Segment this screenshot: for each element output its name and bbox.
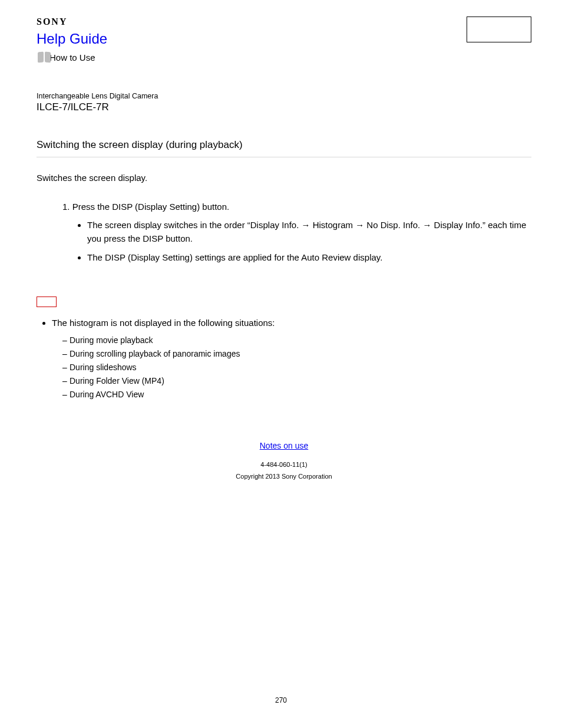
book-icon — [37, 51, 52, 64]
note-items: During movie playback During scrolling p… — [37, 334, 531, 401]
how-to-use-label: How to Use — [49, 52, 95, 62]
page-number: 270 — [0, 696, 562, 704]
step-bullets: The screen display switches in the order… — [62, 219, 531, 265]
note-lead: The histogram is not displayed in the fo… — [52, 318, 531, 328]
note-icon-box — [37, 297, 57, 307]
page-title: Switching the screen display (during pla… — [37, 139, 531, 157]
step-text: Press the DISP (Display Setting) button. — [72, 202, 230, 212]
intro-text: Switches the screen display. — [37, 173, 531, 183]
publication-code: 4-484-060-11(1) — [37, 461, 531, 468]
product-model: ILCE-7/ILCE-7R — [37, 101, 531, 113]
step-bullet: The DISP (Display Setting) settings are … — [87, 251, 531, 265]
note-item: During slideshows — [62, 361, 531, 374]
brand-logo: SONY — [37, 17, 107, 27]
copyright: Copyright 2013 Sony Corporation — [37, 473, 531, 480]
note-item: During Folder View (MP4) — [62, 374, 531, 388]
product-type: Interchangeable Lens Digital Camera — [37, 92, 531, 100]
note-lead-list: The histogram is not displayed in the fo… — [37, 318, 531, 328]
step-list: 1. Press the DISP (Display Setting) butt… — [37, 202, 531, 265]
note-item: During movie playback — [62, 334, 531, 347]
note-item: During AVCHD View — [62, 388, 531, 401]
notes-on-use-link[interactable]: Notes on use — [260, 441, 309, 450]
note-item: During scrolling playback of panoramic i… — [62, 347, 531, 361]
step-bullet: The screen display switches in the order… — [87, 219, 531, 245]
top-right-box — [467, 17, 531, 42]
help-guide-title: Help Guide — [37, 31, 107, 47]
step-item: 1. Press the DISP (Display Setting) butt… — [62, 202, 531, 265]
step-number: 1. — [62, 202, 70, 212]
